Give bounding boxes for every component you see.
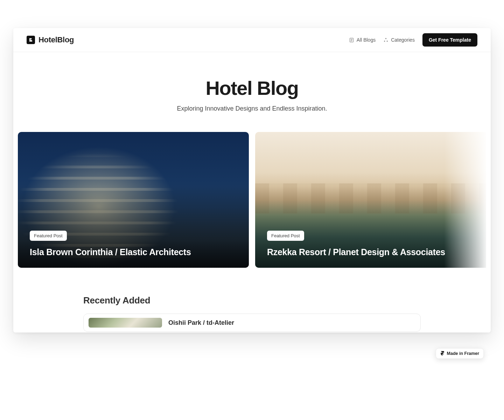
featured-posts-row: Featured Post Isla Brown Corinthia / Ela… xyxy=(13,132,491,268)
document-icon xyxy=(349,37,354,43)
svg-point-4 xyxy=(385,38,386,39)
recent-post-title: Oishii Park / td-Atelier xyxy=(168,319,234,327)
categories-icon xyxy=(383,37,388,43)
svg-point-5 xyxy=(384,41,385,42)
made-in-framer-badge[interactable]: Made in Framer xyxy=(436,348,484,359)
featured-badge: Featured Post xyxy=(267,231,304,241)
page-title: Hotel Blog xyxy=(13,77,491,99)
svg-point-6 xyxy=(387,41,388,42)
recent-post-card[interactable]: Oishii Park / td-Atelier xyxy=(83,314,421,332)
framer-badge-label: Made in Framer xyxy=(447,351,479,356)
framer-logo-icon xyxy=(440,351,444,356)
site-header: HotelBlog All Blogs Categories Get Free … xyxy=(13,28,491,52)
brand-name: HotelBlog xyxy=(38,35,74,44)
nav-link-categories[interactable]: Categories xyxy=(383,37,415,43)
recently-added-section: Recently Added Oishii Park / td-Atelier xyxy=(13,268,491,332)
nav-label: All Blogs xyxy=(357,37,376,43)
featured-post-title: Isla Brown Corinthia / Elastic Architect… xyxy=(30,247,237,257)
page-subtitle: Exploring Innovative Designs and Endless… xyxy=(13,105,491,112)
nav-link-all-blogs[interactable]: All Blogs xyxy=(349,37,376,43)
featured-post-card[interactable]: Featured Post Rzekka Resort / Planet Des… xyxy=(255,132,486,268)
brand-logo-icon xyxy=(27,36,35,44)
recently-added-heading: Recently Added xyxy=(83,295,421,306)
featured-badge: Featured Post xyxy=(30,231,67,241)
recent-post-thumbnail xyxy=(89,318,162,328)
site-preview-card: HotelBlog All Blogs Categories Get Free … xyxy=(13,28,491,332)
hero-section: Hotel Blog Exploring Innovative Designs … xyxy=(13,52,491,132)
get-template-button[interactable]: Get Free Template xyxy=(422,33,477,47)
featured-post-card[interactable]: Featured Post Isla Brown Corinthia / Ela… xyxy=(18,132,249,268)
nav-label: Categories xyxy=(391,37,415,43)
brand-link[interactable]: HotelBlog xyxy=(27,35,74,44)
featured-post-title: Rzekka Resort / Planet Design & Associat… xyxy=(267,247,474,257)
primary-nav: All Blogs Categories Get Free Template xyxy=(349,33,477,47)
